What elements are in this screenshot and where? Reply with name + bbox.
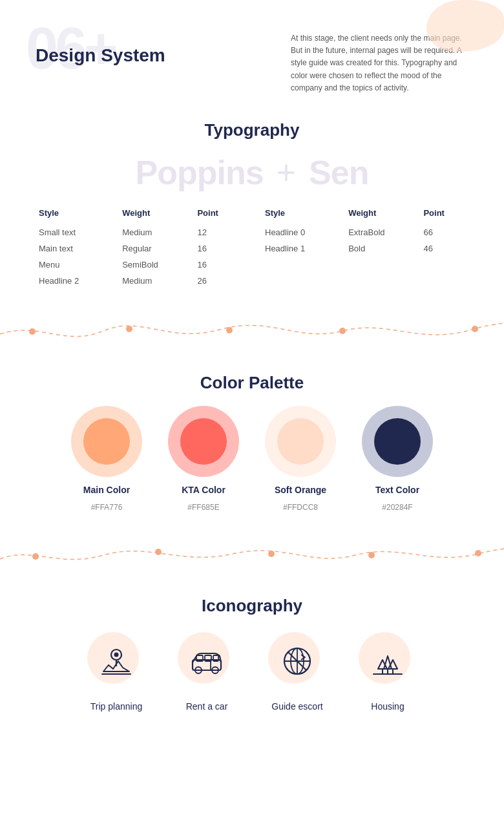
- svg-point-7: [268, 551, 275, 557]
- color-name-soft: Soft Orange: [275, 485, 326, 495]
- point-46: 46: [423, 240, 465, 257]
- icon-bg-housing: [355, 629, 420, 693]
- icon-item-trip: Trip planning: [84, 629, 149, 712]
- table-row: Small text Medium 12: [39, 224, 239, 240]
- table-row: Headline 0 ExtraBold 66: [265, 224, 465, 240]
- weight-medium-h2: Medium: [122, 273, 197, 289]
- color-inner-text: [374, 418, 421, 465]
- icon-grid: Trip planning: [32, 629, 472, 712]
- color-hex-soft: #FFDCC8: [283, 503, 318, 512]
- color-item-text: Text Color #20284F: [362, 406, 433, 512]
- color-item-main: Main Color #FFA776: [71, 406, 142, 512]
- col-point-2: Point: [423, 208, 465, 224]
- color-inner-kta: [180, 418, 227, 465]
- icon-item-car: Rent a car: [174, 629, 239, 712]
- svg-point-11: [114, 652, 119, 657]
- weight-bold: Bold: [348, 240, 423, 257]
- iconography-title: Iconography: [32, 596, 472, 616]
- weight-extrabold: ExtraBold: [348, 224, 423, 240]
- housing-label: Housing: [371, 701, 404, 712]
- point-16: 16: [197, 240, 239, 257]
- color-outer-kta: [168, 406, 239, 477]
- style-menu: Menu: [39, 257, 122, 273]
- rent-car-label: Rent a car: [186, 701, 228, 712]
- color-name-main: Main Color: [83, 485, 130, 495]
- color-hex-text: #20284F: [382, 503, 412, 512]
- color-palette-title: Color Palette: [32, 373, 472, 393]
- point-12: 12: [197, 224, 239, 240]
- style-headline-1: Headline 1: [265, 240, 348, 257]
- style-small-text: Small text: [39, 224, 122, 240]
- typography-table-1: Style Weight Point Small text Medium 12 …: [39, 208, 239, 289]
- color-name-text: Text Color: [375, 485, 419, 495]
- color-section: Color Palette Main Color #FFA776 KTA Col…: [0, 366, 504, 518]
- font-poppins: Poppins: [136, 153, 264, 192]
- typography-title: Typography: [32, 120, 472, 140]
- color-hex-main: #FFA776: [91, 503, 123, 512]
- col-weight-1: Weight: [122, 208, 197, 224]
- color-item-kta: KTA Color #FF685E: [168, 406, 239, 512]
- svg-point-4: [472, 326, 478, 332]
- color-outer-text: [362, 406, 433, 477]
- svg-point-0: [29, 328, 36, 335]
- page-title: Design System: [32, 26, 165, 66]
- rent-car-icon: [187, 642, 226, 681]
- color-name-kta: KTA Color: [182, 485, 226, 495]
- font-names: Poppins + Sen: [32, 153, 472, 192]
- blob-decoration: [426, 0, 504, 52]
- table-row: Headline 2 Medium 26: [39, 273, 239, 289]
- color-inner-soft: [277, 418, 324, 465]
- col-style-1: Style: [39, 208, 122, 224]
- weight-medium: Medium: [122, 224, 197, 240]
- font-sen: Sen: [309, 153, 368, 192]
- header-left: 06+ Design System: [32, 26, 165, 66]
- color-swatches: Main Color #FFA776 KTA Color #FF685E Sof…: [32, 406, 472, 512]
- typography-tables: Style Weight Point Small text Medium 12 …: [32, 208, 472, 289]
- svg-point-6: [155, 549, 162, 555]
- col-style-2: Style: [265, 208, 348, 224]
- wave-divider-2: [0, 522, 504, 586]
- iconography-section: Iconography Trip planning: [0, 589, 504, 737]
- col-weight-2: Weight: [348, 208, 423, 224]
- icon-item-housing: Housing: [355, 629, 420, 712]
- trip-planning-icon: [97, 642, 136, 681]
- font-plus: +: [277, 153, 296, 192]
- table-row: Menu SemiBold 16: [39, 257, 239, 273]
- color-item-soft: Soft Orange #FFDCC8: [265, 406, 336, 512]
- icon-item-guide: Guide escort: [265, 629, 330, 712]
- col-point-1: Point: [197, 208, 239, 224]
- icon-bg-car: [174, 629, 239, 693]
- wave-divider-1: [0, 299, 504, 363]
- housing-icon: [368, 642, 407, 681]
- weight-semibold: SemiBold: [122, 257, 197, 273]
- trip-planning-label: Trip planning: [90, 701, 142, 712]
- point-26: 26: [197, 273, 239, 289]
- style-main-text: Main text: [39, 240, 122, 257]
- color-outer-soft: [265, 406, 336, 477]
- table-row: Headline 1 Bold 46: [265, 240, 465, 257]
- svg-point-1: [126, 326, 132, 332]
- point-66: 66: [423, 224, 465, 240]
- guide-escort-label: Guide escort: [271, 701, 322, 712]
- typography-section: Typography Poppins + Sen Style Weight Po…: [0, 107, 504, 295]
- svg-point-5: [32, 553, 39, 560]
- style-headline-2: Headline 2: [39, 273, 122, 289]
- svg-point-9: [475, 550, 481, 556]
- color-inner-main: [83, 418, 130, 465]
- weight-regular: Regular: [122, 240, 197, 257]
- icon-bg-guide: [265, 629, 330, 693]
- typography-table-2: Style Weight Point Headline 0 ExtraBold …: [265, 208, 465, 289]
- svg-point-2: [226, 327, 233, 333]
- guide-escort-icon: [278, 642, 317, 681]
- icon-bg-trip: [84, 629, 149, 693]
- color-outer-main: [71, 406, 142, 477]
- color-hex-kta: #FF685E: [187, 503, 219, 512]
- svg-point-3: [339, 328, 346, 334]
- point-16b: 16: [197, 257, 239, 273]
- header: 06+ Design System At this stage, the cli…: [0, 0, 504, 107]
- table-row: Main text Regular 16: [39, 240, 239, 257]
- svg-point-8: [368, 552, 375, 558]
- style-headline-0: Headline 0: [265, 224, 348, 240]
